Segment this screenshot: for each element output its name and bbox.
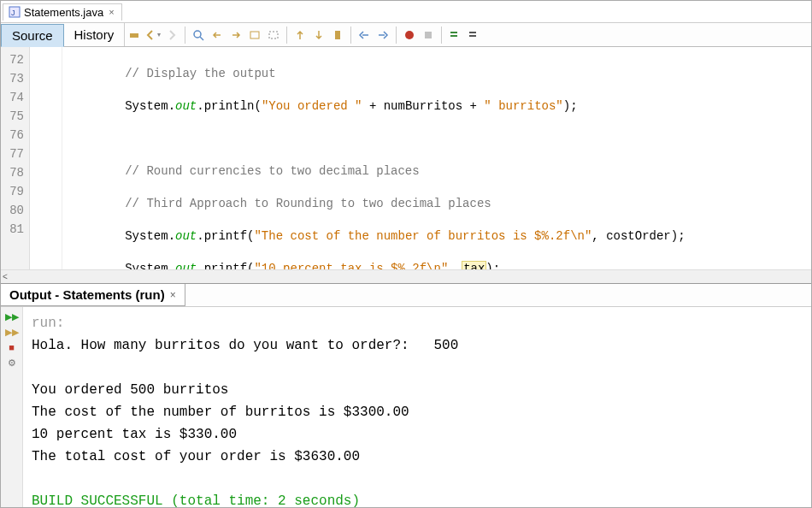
svg-rect-2 — [130, 33, 138, 38]
close-icon[interactable]: × — [107, 7, 115, 17]
shift-left-icon[interactable] — [356, 27, 373, 44]
line-number: 75 — [4, 107, 24, 126]
output-line: The total cost of your order is $3630.00 — [32, 449, 360, 464]
find-next-icon[interactable] — [227, 27, 244, 44]
code-comment: // Round currencies to two decimal place… — [125, 164, 419, 178]
code-area[interactable]: // Display the output System.out.println… — [62, 47, 811, 269]
line-number-gutter: 72 73 74 75 76 77 78 79 80 81 — [1, 47, 30, 269]
prev-bookmark-icon[interactable] — [291, 27, 309, 44]
svg-rect-9 — [425, 32, 432, 38]
java-file-icon: J — [9, 6, 21, 18]
svg-rect-7 — [335, 31, 340, 39]
last-edit-icon[interactable] — [126, 27, 143, 44]
line-number: 79 — [4, 182, 24, 201]
forward-icon[interactable] — [163, 27, 180, 44]
tab-source[interactable]: Source — [1, 24, 64, 47]
output-panel: ▶▶ ▶▶ ■ ⚙ run: Hola. How many burritos d… — [1, 307, 811, 507]
scroll-left-icon[interactable]: < — [3, 272, 8, 281]
settings-icon[interactable]: ⚙ — [5, 357, 19, 369]
rerun-alt-icon[interactable]: ▶▶ — [5, 326, 19, 338]
close-icon[interactable]: × — [170, 289, 176, 301]
comment-icon[interactable] — [446, 27, 463, 44]
line-number: 81 — [4, 220, 24, 239]
line-number: 72 — [4, 50, 24, 69]
file-tab-bar: J Statements.java × — [1, 1, 811, 23]
line-number: 76 — [4, 126, 24, 145]
start-macro-icon[interactable] — [401, 27, 418, 44]
fold-gutter — [30, 47, 62, 269]
output-console[interactable]: run: Hola. How many burritos do you want… — [23, 307, 811, 507]
editor-toolbar: Source History ▾ — [1, 23, 811, 47]
svg-point-3 — [194, 31, 201, 38]
line-number: 80 — [4, 201, 24, 220]
toggle-bookmark-icon[interactable] — [329, 27, 346, 44]
output-line: The cost of the number of burritos is $3… — [32, 405, 409, 420]
separator — [441, 27, 442, 44]
uncomment-icon[interactable] — [465, 27, 482, 44]
output-gutter: ▶▶ ▶▶ ■ ⚙ — [1, 307, 23, 507]
next-bookmark-icon[interactable] — [310, 27, 327, 44]
horizontal-scrollbar[interactable]: < — [1, 269, 811, 283]
file-tab-statements[interactable]: J Statements.java × — [3, 3, 122, 21]
back-icon[interactable]: ▾ — [144, 27, 162, 44]
tab-history[interactable]: History — [64, 23, 126, 46]
code-comment: // Third Approach to Rounding to two dec… — [125, 197, 491, 210]
line-number: 73 — [4, 69, 24, 88]
output-tab[interactable]: Output - Statements (run) × — [1, 284, 185, 306]
separator — [185, 27, 185, 44]
highlighted-symbol: tax — [462, 261, 486, 269]
line-number: 78 — [4, 163, 24, 182]
separator — [396, 27, 397, 44]
separator — [286, 27, 287, 44]
svg-line-4 — [200, 37, 203, 40]
line-number: 77 — [4, 145, 24, 163]
rerun-icon[interactable]: ▶▶ — [5, 310, 19, 322]
svg-rect-6 — [269, 32, 278, 38]
output-title-label: Output - Statements (run) — [9, 287, 165, 302]
svg-rect-5 — [250, 32, 259, 38]
stop-icon[interactable]: ■ — [5, 341, 19, 353]
toggle-highlight-icon[interactable] — [246, 27, 263, 44]
line-number: 74 — [4, 88, 24, 107]
file-tab-label: Statements.java — [24, 6, 103, 19]
code-comment: // Display the output — [125, 67, 275, 80]
find-selection-icon[interactable] — [190, 27, 207, 44]
output-line: 10 percent tax is $330.00 — [32, 427, 237, 442]
toggle-rect-select-icon[interactable] — [265, 27, 282, 44]
separator — [350, 27, 351, 44]
output-build-status: BUILD SUCCESSFUL (total time: 2 seconds) — [32, 493, 360, 508]
find-prev-icon[interactable] — [209, 27, 226, 44]
output-line: Hola. How many burritos do you want to o… — [32, 338, 458, 353]
output-title-bar: Output - Statements (run) × — [1, 283, 811, 307]
stop-macro-icon[interactable] — [420, 27, 437, 44]
svg-text:J: J — [11, 9, 15, 17]
code-editor[interactable]: 72 73 74 75 76 77 78 79 80 81 // Display… — [1, 47, 811, 269]
output-line: run: — [32, 316, 64, 331]
shift-right-icon[interactable] — [374, 27, 391, 44]
output-line: You ordered 500 burritos — [32, 382, 228, 398]
svg-point-8 — [405, 31, 414, 39]
